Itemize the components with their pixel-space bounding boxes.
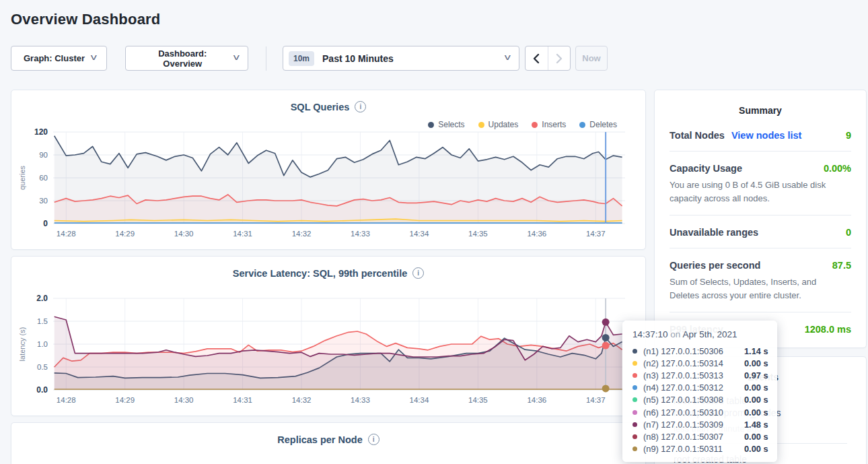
svg-text:0.0: 0.0	[36, 385, 48, 395]
svg-text:2.0: 2.0	[36, 294, 48, 303]
svg-text:14:28: 14:28	[57, 396, 76, 404]
svg-text:14:31: 14:31	[233, 396, 252, 404]
time-step-buttons	[525, 46, 571, 71]
summary-row-unavailable-ranges: Unavailable ranges 0	[670, 216, 851, 248]
svg-text:14:30: 14:30	[174, 396, 194, 404]
queries-per-second-value: 87.5	[832, 260, 851, 271]
svg-text:14:33: 14:33	[351, 396, 370, 404]
service-latency-plot[interactable]: 0.00.51.01.52.014:2814:2914:3014:3114:32…	[15, 293, 639, 414]
svg-text:0.5: 0.5	[37, 363, 48, 371]
now-button[interactable]: Now	[575, 46, 608, 71]
page-title: Overview Dashboard	[11, 11, 868, 28]
summary-row-queries-per-second: Queries per second 87.5 Sum of Selects, …	[670, 248, 851, 312]
summary-row-total-nodes: Total Nodes View nodes list 9	[670, 119, 851, 152]
node-color-dot	[632, 434, 637, 439]
summary-row-capacity-usage: Capacity Usage 0.00% You are using 0 B o…	[670, 152, 851, 216]
svg-text:latency (s): latency (s)	[18, 327, 26, 362]
tooltip-node-row: (n9) 127.0.0.1:503110.00 s	[632, 443, 768, 455]
svg-text:14:35: 14:35	[468, 396, 488, 404]
charts-column: SQL Queries i SelectsUpdatesInsertsDelet…	[11, 90, 646, 464]
view-nodes-list-link[interactable]: View nodes list	[731, 130, 802, 141]
node-color-dot	[632, 422, 637, 427]
svg-text:60: 60	[39, 174, 48, 182]
p99-latency-value: 1208.0 ms	[805, 324, 851, 335]
tooltip-node-values: (n1) 127.0.0.1:503061.14 s(n2) 127.0.0.1…	[632, 345, 768, 455]
time-forward-button[interactable]	[548, 46, 571, 70]
info-icon[interactable]: i	[368, 434, 379, 445]
tooltip-node-row: (n2) 127.0.0.1:503140.00 s	[632, 357, 768, 369]
svg-text:0: 0	[43, 219, 48, 228]
svg-text:120: 120	[34, 127, 48, 137]
svg-text:14:36: 14:36	[527, 396, 546, 404]
svg-text:queries: queries	[18, 165, 26, 190]
svg-text:14:29: 14:29	[115, 230, 135, 238]
node-color-dot	[632, 397, 637, 402]
svg-text:14:34: 14:34	[410, 230, 429, 238]
chart-title-sql-queries: SQL Queries	[291, 102, 350, 112]
dashboard-dropdown-label: Dashboard: Overview	[138, 48, 227, 69]
unavailable-ranges-label: Unavailable ranges	[670, 227, 758, 238]
svg-text:14:34: 14:34	[410, 396, 429, 404]
total-nodes-value: 9	[846, 130, 851, 141]
info-icon[interactable]: i	[412, 267, 424, 279]
svg-text:14:33: 14:33	[351, 230, 370, 238]
controls-divider	[266, 46, 266, 71]
graph-dropdown-label: Graph: Cluster	[24, 53, 85, 63]
tooltip-timestamp: 14:37:10 on Apr 5th, 2021	[632, 329, 768, 339]
graph-dropdown[interactable]: Graph: Cluster v	[11, 46, 107, 71]
unavailable-ranges-value: 0	[846, 227, 851, 238]
tooltip-node-row: (n8) 127.0.0.1:503070.00 s	[632, 430, 768, 442]
capacity-usage-value: 0.00%	[824, 163, 851, 174]
time-range-dropdown[interactable]: 10m Past 10 Minutes v	[283, 46, 519, 71]
node-color-dot	[632, 373, 637, 378]
svg-text:14:37: 14:37	[586, 396, 606, 404]
info-icon[interactable]: i	[355, 101, 366, 112]
svg-text:14:28: 14:28	[57, 230, 76, 238]
capacity-usage-label: Capacity Usage	[670, 163, 742, 174]
summary-panel: Summary Total Nodes View nodes list 9 Ca…	[654, 90, 867, 348]
chevron-left-icon	[533, 53, 540, 64]
tooltip-node-row: (n6) 127.0.0.1:503100.00 s	[632, 406, 768, 418]
time-range-label: Past 10 Minutes	[322, 53, 505, 64]
node-color-dot	[632, 446, 637, 451]
total-nodes-label: Total Nodes	[670, 130, 725, 141]
svg-text:14:29: 14:29	[115, 396, 135, 404]
chart-hover-tooltip: 14:37:10 on Apr 5th, 2021 (n1) 127.0.0.1…	[622, 321, 777, 462]
node-color-dot	[632, 361, 637, 366]
chart-title-service-latency: Service Latency: SQL, 99th percentile	[233, 268, 408, 279]
capacity-usage-description: You are using 0 B of 4.5 GiB usable disk…	[670, 178, 851, 205]
time-back-button[interactable]	[526, 46, 548, 70]
queries-per-second-label: Queries per second	[670, 260, 760, 271]
svg-text:14:37: 14:37	[586, 230, 606, 238]
chart-title-replicas-per-node: Replicas per Node	[277, 434, 363, 445]
tooltip-node-row: (n1) 127.0.0.1:503061.14 s	[632, 345, 768, 357]
node-color-dot	[632, 410, 637, 415]
replicas-per-node-panel: Replicas per Node i	[11, 422, 646, 464]
node-color-dot	[632, 385, 637, 390]
sql-queries-panel: SQL Queries i SelectsUpdatesInsertsDelet…	[11, 90, 646, 250]
svg-text:14:31: 14:31	[233, 230, 252, 238]
service-latency-panel: Service Latency: SQL, 99th percentile i …	[11, 256, 646, 416]
queries-per-second-description: Sum of Selects, Updates, Inserts, and De…	[670, 275, 851, 302]
svg-text:14:32: 14:32	[292, 230, 312, 238]
svg-text:14:36: 14:36	[527, 230, 546, 238]
tooltip-node-row: (n3) 127.0.0.1:503130.97 s	[632, 369, 768, 381]
summary-title: Summary	[670, 101, 851, 119]
svg-text:30: 30	[39, 197, 48, 205]
svg-text:14:35: 14:35	[468, 230, 488, 238]
svg-text:14:32: 14:32	[292, 396, 312, 404]
tooltip-node-row: (n4) 127.0.0.1:503120.00 s	[632, 382, 768, 394]
svg-text:14:30: 14:30	[174, 230, 194, 238]
svg-text:1.0: 1.0	[37, 340, 48, 348]
overview-dashboard-page: Overview Dashboard Graph: Cluster v Dash…	[0, 11, 868, 71]
tooltip-node-row: (n7) 127.0.0.1:503091.48 s	[632, 418, 768, 430]
svg-text:90: 90	[39, 151, 48, 159]
sql-queries-plot[interactable]: 030609012014:2814:2914:3014:3114:3214:33…	[15, 127, 639, 248]
chevron-right-icon	[556, 53, 563, 64]
svg-text:1.5: 1.5	[37, 317, 48, 325]
time-preset-badge: 10m	[289, 51, 314, 66]
node-color-dot	[632, 349, 637, 354]
controls-bar: Graph: Cluster v Dashboard: Overview v 1…	[11, 46, 868, 71]
dashboard-dropdown[interactable]: Dashboard: Overview v	[125, 46, 248, 71]
tooltip-node-row: (n5) 127.0.0.1:503080.00 s	[632, 394, 768, 406]
